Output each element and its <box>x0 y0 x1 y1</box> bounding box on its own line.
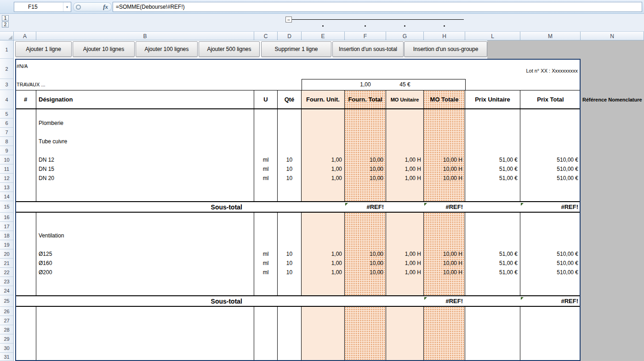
cell-H8[interactable] <box>424 137 465 146</box>
cell-F8[interactable] <box>345 137 386 146</box>
gray-cells-row1[interactable] <box>487 40 581 59</box>
cell-D10[interactable]: 10 <box>278 155 302 164</box>
cell-E18[interactable] <box>302 231 345 240</box>
cell-A20[interactable] <box>15 249 36 259</box>
cell-A26[interactable] <box>15 307 36 316</box>
cell-M7[interactable] <box>520 128 581 137</box>
cell-F26[interactable] <box>345 307 386 316</box>
header-cell-designation[interactable]: Désignation <box>36 90 254 108</box>
cell-H18[interactable] <box>424 231 465 240</box>
cell-E29[interactable] <box>302 334 345 344</box>
cell-M24[interactable] <box>520 286 581 295</box>
cell-M21[interactable]: 510,00 € <box>520 259 581 268</box>
cell-A31[interactable] <box>15 353 36 361</box>
cell-C29[interactable] <box>254 334 278 344</box>
cell-G31[interactable] <box>386 353 424 361</box>
cell-D11[interactable]: 10 <box>278 164 302 174</box>
insert-subtotal-button[interactable]: Insertion d'un sous-total <box>332 41 404 57</box>
row-header-29[interactable]: 29 <box>0 334 13 344</box>
cell-B23[interactable] <box>36 277 254 286</box>
cell-E9[interactable] <box>302 146 345 155</box>
cell-L18[interactable] <box>465 231 520 240</box>
row-header-10[interactable]: 10 <box>0 155 13 164</box>
cell-C31[interactable] <box>254 353 278 361</box>
cell-F18[interactable] <box>345 231 386 240</box>
cell-D13[interactable] <box>278 183 302 192</box>
col-header-c[interactable]: C <box>254 32 278 40</box>
cell-C30[interactable] <box>254 344 278 353</box>
cell-M6[interactable] <box>520 118 581 128</box>
cell-M8[interactable] <box>520 137 581 146</box>
cell-F28[interactable] <box>345 325 386 334</box>
cell-A11[interactable] <box>15 164 36 174</box>
cell-G18[interactable] <box>386 231 424 240</box>
cell-L27[interactable] <box>465 316 520 325</box>
cell-L19[interactable] <box>465 240 520 249</box>
cell-L24[interactable] <box>465 286 520 295</box>
cell-F14[interactable] <box>345 192 386 201</box>
header-cell-num[interactable]: # <box>15 90 36 108</box>
cell-E14[interactable] <box>302 192 345 201</box>
row-header-9[interactable]: 9 <box>0 146 13 155</box>
cell-M13[interactable] <box>520 183 581 192</box>
cell-G7[interactable] <box>386 128 424 137</box>
cell-E31[interactable] <box>302 353 345 361</box>
cell-na[interactable]: #N/A <box>17 63 28 69</box>
cell-E16[interactable] <box>302 213 345 222</box>
cell-E20[interactable]: 1,00 <box>302 249 345 259</box>
cell-G5[interactable] <box>386 109 424 118</box>
cell-C10[interactable]: ml <box>254 155 278 164</box>
cell-C27[interactable] <box>254 316 278 325</box>
cell-A14[interactable] <box>15 192 36 201</box>
cell-A21[interactable] <box>15 259 36 268</box>
cell-H19[interactable] <box>424 240 465 249</box>
cell-G17[interactable] <box>386 222 424 231</box>
cell-D26[interactable] <box>278 307 302 316</box>
cell-M14[interactable] <box>520 192 581 201</box>
cell-C21[interactable]: ml <box>254 259 278 268</box>
cell-L17[interactable] <box>465 222 520 231</box>
cell-H31[interactable] <box>424 353 465 361</box>
col-header-m[interactable]: M <box>520 32 581 40</box>
cell-F31[interactable] <box>345 353 386 361</box>
cell-L9[interactable] <box>465 146 520 155</box>
cell-L11[interactable]: 51,00 € <box>465 164 520 174</box>
cell-E23[interactable] <box>302 277 345 286</box>
cell-B27[interactable] <box>36 316 254 325</box>
cell-D19[interactable] <box>278 240 302 249</box>
cell-L16[interactable] <box>465 213 520 222</box>
cell-F6[interactable] <box>345 118 386 128</box>
cell-M17[interactable] <box>520 222 581 231</box>
cell-F13[interactable] <box>345 183 386 192</box>
add-500-lines-button[interactable]: Ajouter 500 lignes <box>199 41 260 57</box>
cell-F11[interactable]: 10,00 <box>345 164 386 174</box>
cell-C17[interactable] <box>254 222 278 231</box>
row-header-23[interactable]: 23 <box>0 277 13 286</box>
cell-G9[interactable] <box>386 146 424 155</box>
cell-G14[interactable] <box>386 192 424 201</box>
cell-G21[interactable]: 1,00 H <box>386 259 424 268</box>
cell-B8[interactable]: Tube cuivre <box>36 137 254 146</box>
cell-F22[interactable]: 10,00 <box>345 268 386 277</box>
cell-C24[interactable] <box>254 286 278 295</box>
cell-G10[interactable]: 1,00 H <box>386 155 424 164</box>
col-header-e[interactable]: E <box>302 32 345 40</box>
cell-F23[interactable] <box>345 277 386 286</box>
cell-E17[interactable] <box>302 222 345 231</box>
cell-E8[interactable] <box>302 137 345 146</box>
cell-A27[interactable] <box>15 316 36 325</box>
cell-D9[interactable] <box>278 146 302 155</box>
row-header-1[interactable]: 1 <box>0 40 13 59</box>
cell-C28[interactable] <box>254 325 278 334</box>
cell-B19[interactable] <box>36 240 254 249</box>
cell-D16[interactable] <box>278 213 302 222</box>
cell-D14[interactable] <box>278 192 302 201</box>
cell-travaux[interactable]: TRAVAUX ... <box>17 79 46 90</box>
cell-L31[interactable] <box>465 353 520 361</box>
cell-E12[interactable]: 1,00 <box>302 174 345 183</box>
cell-A16[interactable] <box>15 213 36 222</box>
cell-L30[interactable] <box>465 344 520 353</box>
cell-B21[interactable]: Ø160 <box>36 259 254 268</box>
cell-F10[interactable]: 10,00 <box>345 155 386 164</box>
cell-B12[interactable]: DN 20 <box>36 174 254 183</box>
